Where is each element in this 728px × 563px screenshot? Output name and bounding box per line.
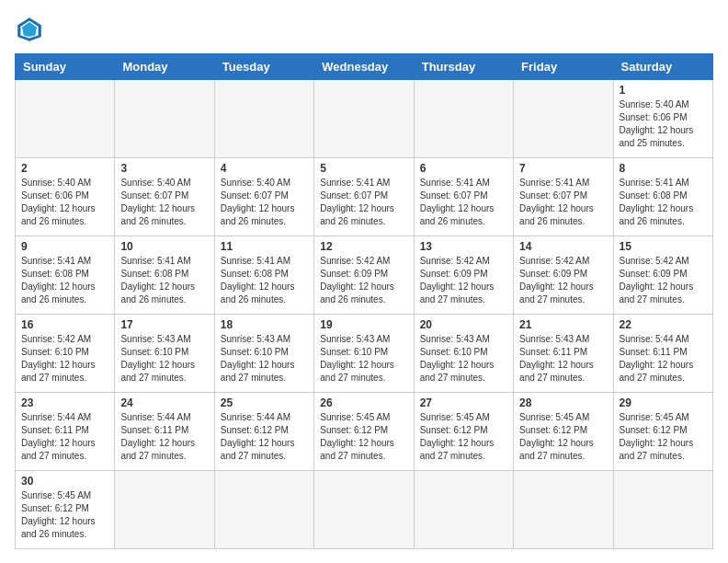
- day-info: Sunrise: 5:40 AM Sunset: 6:06 PM Dayligh…: [620, 98, 707, 150]
- day-number: 9: [21, 240, 108, 253]
- day-info: Sunrise: 5:45 AM Sunset: 6:12 PM Dayligh…: [519, 411, 607, 463]
- day-number: 28: [519, 396, 607, 409]
- day-number: 25: [221, 396, 308, 409]
- calendar-cell: 27Sunrise: 5:45 AM Sunset: 6:12 PM Dayli…: [414, 393, 513, 471]
- calendar-cell: [514, 471, 613, 549]
- day-info: Sunrise: 5:40 AM Sunset: 6:07 PM Dayligh…: [221, 177, 308, 228]
- day-info: Sunrise: 5:41 AM Sunset: 6:07 PM Dayligh…: [320, 177, 407, 228]
- day-info: Sunrise: 5:43 AM Sunset: 6:10 PM Dayligh…: [420, 333, 507, 385]
- day-info: Sunrise: 5:41 AM Sunset: 6:08 PM Dayligh…: [120, 255, 208, 306]
- calendar-cell: [314, 80, 414, 158]
- day-number: 12: [320, 240, 407, 253]
- calendar-cell: 11Sunrise: 5:41 AM Sunset: 6:08 PM Dayli…: [214, 236, 313, 315]
- day-number: 15: [620, 240, 707, 253]
- calendar-cell: 15Sunrise: 5:42 AM Sunset: 6:09 PM Dayli…: [613, 236, 712, 315]
- week-row-1: 2Sunrise: 5:40 AM Sunset: 6:06 PM Daylig…: [16, 158, 713, 236]
- day-info: Sunrise: 5:42 AM Sunset: 6:09 PM Dayligh…: [620, 255, 707, 306]
- day-header-sunday: Sunday: [16, 54, 115, 80]
- day-info: Sunrise: 5:42 AM Sunset: 6:09 PM Dayligh…: [420, 255, 507, 306]
- day-number: 3: [120, 162, 208, 175]
- day-info: Sunrise: 5:44 AM Sunset: 6:12 PM Dayligh…: [221, 411, 308, 463]
- day-number: 14: [519, 240, 607, 253]
- day-info: Sunrise: 5:43 AM Sunset: 6:10 PM Dayligh…: [120, 333, 208, 385]
- day-number: 11: [221, 240, 308, 253]
- calendar-cell: 2Sunrise: 5:40 AM Sunset: 6:06 PM Daylig…: [16, 158, 115, 236]
- calendar-cell: 10Sunrise: 5:41 AM Sunset: 6:08 PM Dayli…: [115, 236, 214, 315]
- day-header-thursday: Thursday: [414, 54, 513, 80]
- day-number: 21: [519, 318, 607, 331]
- day-info: Sunrise: 5:44 AM Sunset: 6:11 PM Dayligh…: [120, 411, 208, 463]
- day-header-saturday: Saturday: [613, 54, 712, 80]
- calendar-cell: 22Sunrise: 5:44 AM Sunset: 6:11 PM Dayli…: [613, 315, 712, 393]
- calendar-cell: 20Sunrise: 5:43 AM Sunset: 6:10 PM Dayli…: [414, 315, 513, 393]
- calendar-cell: 19Sunrise: 5:43 AM Sunset: 6:10 PM Dayli…: [314, 315, 414, 393]
- day-number: 17: [120, 318, 208, 331]
- day-info: Sunrise: 5:41 AM Sunset: 6:07 PM Dayligh…: [519, 177, 607, 228]
- day-info: Sunrise: 5:40 AM Sunset: 6:07 PM Dayligh…: [120, 177, 208, 228]
- day-info: Sunrise: 5:42 AM Sunset: 6:09 PM Dayligh…: [519, 255, 607, 306]
- day-number: 4: [221, 162, 308, 175]
- calendar-cell: 13Sunrise: 5:42 AM Sunset: 6:09 PM Dayli…: [414, 236, 513, 315]
- calendar-cell: 24Sunrise: 5:44 AM Sunset: 6:11 PM Dayli…: [115, 393, 214, 471]
- calendar-cell: 26Sunrise: 5:45 AM Sunset: 6:12 PM Dayli…: [314, 393, 414, 471]
- calendar-cell: 4Sunrise: 5:40 AM Sunset: 6:07 PM Daylig…: [214, 158, 313, 236]
- calendar-cell: 8Sunrise: 5:41 AM Sunset: 6:08 PM Daylig…: [613, 158, 712, 236]
- calendar-cell: 1Sunrise: 5:40 AM Sunset: 6:06 PM Daylig…: [613, 80, 712, 158]
- day-info: Sunrise: 5:45 AM Sunset: 6:12 PM Dayligh…: [320, 411, 407, 463]
- week-row-5: 30Sunrise: 5:45 AM Sunset: 6:12 PM Dayli…: [16, 471, 713, 549]
- day-number: 6: [420, 162, 507, 175]
- week-row-4: 23Sunrise: 5:44 AM Sunset: 6:11 PM Dayli…: [16, 393, 713, 471]
- day-header-friday: Friday: [514, 54, 613, 80]
- day-number: 22: [620, 318, 707, 331]
- calendar-cell: [414, 80, 513, 158]
- day-number: 27: [420, 396, 507, 409]
- calendar-cell: [314, 471, 414, 549]
- week-row-0: 1Sunrise: 5:40 AM Sunset: 6:06 PM Daylig…: [16, 80, 713, 158]
- calendar-cell: 16Sunrise: 5:42 AM Sunset: 6:10 PM Dayli…: [16, 315, 115, 393]
- day-info: Sunrise: 5:43 AM Sunset: 6:10 PM Dayligh…: [320, 333, 407, 385]
- day-header-tuesday: Tuesday: [214, 54, 313, 80]
- calendar-cell: 30Sunrise: 5:45 AM Sunset: 6:12 PM Dayli…: [16, 471, 115, 549]
- calendar-cell: 18Sunrise: 5:43 AM Sunset: 6:10 PM Dayli…: [214, 315, 313, 393]
- calendar-table: SundayMondayTuesdayWednesdayThursdayFrid…: [15, 53, 713, 549]
- day-info: Sunrise: 5:42 AM Sunset: 6:10 PM Dayligh…: [21, 333, 108, 385]
- calendar-cell: 9Sunrise: 5:41 AM Sunset: 6:08 PM Daylig…: [16, 236, 115, 315]
- day-info: Sunrise: 5:43 AM Sunset: 6:11 PM Dayligh…: [519, 333, 607, 385]
- calendar-cell: [115, 471, 214, 549]
- day-number: 19: [320, 318, 407, 331]
- day-info: Sunrise: 5:44 AM Sunset: 6:11 PM Dayligh…: [21, 411, 108, 463]
- calendar-cell: 21Sunrise: 5:43 AM Sunset: 6:11 PM Dayli…: [514, 315, 613, 393]
- calendar-cell: [214, 471, 313, 549]
- day-number: 30: [21, 475, 108, 488]
- day-header-monday: Monday: [115, 54, 214, 80]
- day-number: 2: [21, 162, 108, 175]
- day-number: 20: [420, 318, 507, 331]
- calendar-cell: 23Sunrise: 5:44 AM Sunset: 6:11 PM Dayli…: [16, 393, 115, 471]
- day-info: Sunrise: 5:42 AM Sunset: 6:09 PM Dayligh…: [320, 255, 407, 306]
- calendar-cell: 17Sunrise: 5:43 AM Sunset: 6:10 PM Dayli…: [115, 315, 214, 393]
- calendar-cell: 14Sunrise: 5:42 AM Sunset: 6:09 PM Dayli…: [514, 236, 613, 315]
- day-info: Sunrise: 5:41 AM Sunset: 6:08 PM Dayligh…: [21, 255, 108, 306]
- day-info: Sunrise: 5:41 AM Sunset: 6:08 PM Dayligh…: [620, 177, 707, 228]
- day-info: Sunrise: 5:45 AM Sunset: 6:12 PM Dayligh…: [620, 411, 707, 463]
- day-number: 8: [620, 162, 707, 175]
- day-number: 29: [620, 396, 707, 409]
- week-row-3: 16Sunrise: 5:42 AM Sunset: 6:10 PM Dayli…: [16, 315, 713, 393]
- day-number: 10: [120, 240, 208, 253]
- calendar-cell: 6Sunrise: 5:41 AM Sunset: 6:07 PM Daylig…: [414, 158, 513, 236]
- calendar-cell: [613, 471, 712, 549]
- day-number: 7: [519, 162, 607, 175]
- logo-icon: [15, 15, 44, 44]
- calendar-cell: 25Sunrise: 5:44 AM Sunset: 6:12 PM Dayli…: [214, 393, 313, 471]
- calendar-cell: [16, 80, 115, 158]
- day-info: Sunrise: 5:45 AM Sunset: 6:12 PM Dayligh…: [420, 411, 507, 463]
- calendar-cell: 3Sunrise: 5:40 AM Sunset: 6:07 PM Daylig…: [115, 158, 214, 236]
- day-number: 1: [620, 84, 707, 97]
- day-number: 13: [420, 240, 507, 253]
- day-info: Sunrise: 5:40 AM Sunset: 6:06 PM Dayligh…: [21, 177, 108, 228]
- day-header-wednesday: Wednesday: [314, 54, 414, 80]
- calendar-cell: 28Sunrise: 5:45 AM Sunset: 6:12 PM Dayli…: [514, 393, 613, 471]
- logo: [15, 15, 50, 44]
- day-info: Sunrise: 5:43 AM Sunset: 6:10 PM Dayligh…: [221, 333, 308, 385]
- calendar-cell: [115, 80, 214, 158]
